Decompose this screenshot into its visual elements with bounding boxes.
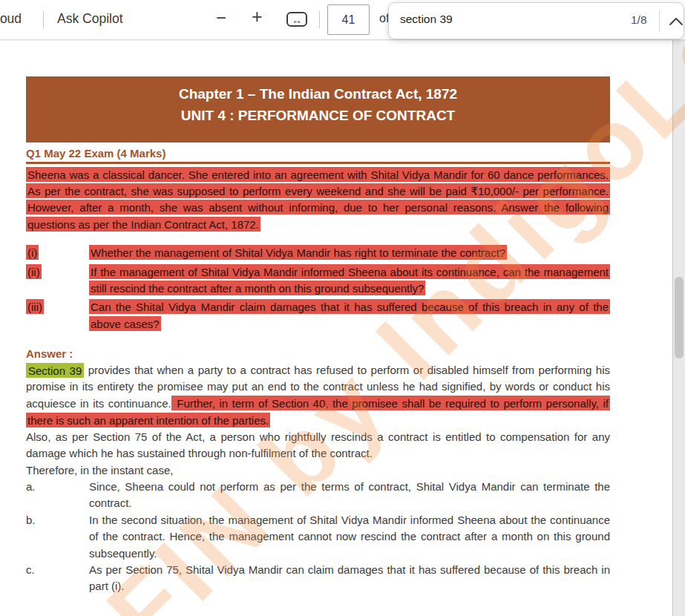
pdf-page: Chapter 1 – The Indian Contract Act, 187… [26, 76, 610, 595]
conclusion-marker: b. [26, 512, 89, 562]
chevron-up-icon [668, 16, 684, 27]
conclusion-text: As per Section 75, Shital Vidya Mandir c… [89, 562, 610, 595]
sub-question-text: Can the Shital Vidya Mandir claim damage… [89, 299, 610, 332]
conclusion-text: Since, Sheena could not perform as per t… [89, 479, 610, 512]
document-viewport: Chapter 1 – The Indian Contract Act, 187… [0, 39, 685, 616]
section75-paragraph: Also, as per Section 75 of the Act, a pe… [26, 429, 610, 462]
find-match-count: 1/8 [631, 13, 647, 27]
ask-copilot-button[interactable]: Ask Copilot [57, 11, 123, 27]
sub-question-marker: (ii) [26, 263, 89, 297]
conclusion-marker: c. [26, 562, 89, 595]
conclusion-marker: a. [26, 479, 89, 512]
chapter-header-box: Chapter 1 – The Indian Contract Act, 187… [26, 76, 610, 142]
find-input[interactable]: section 39 [400, 13, 453, 26]
scrollbar[interactable] [672, 39, 685, 616]
find-previous-button[interactable] [668, 16, 684, 27]
sub-question-text: Whether the management of Shital Vidya M… [89, 245, 610, 261]
fit-to-width-button[interactable]: ↔ [286, 12, 307, 27]
sub-question-item: (iii) Can the Shital Vidya Mandir claim … [26, 299, 610, 332]
pdf-viewer-window: loud Ask Copilot − + ↔ 41 of section 39 … [0, 0, 685, 616]
page-number-input[interactable]: 41 [327, 4, 370, 35]
unit-title: UNIT 4 : PERFORMANCE OF CONTRACT [26, 105, 610, 126]
answer-paragraph: Section 39 provides that when a party to… [26, 362, 610, 429]
question-paragraph: Sheena was a classical dancer. She enter… [26, 164, 610, 233]
highlighted-question-text: Sheena was a classical dancer. She enter… [26, 167, 610, 232]
scrollbar-thumb[interactable] [675, 277, 684, 358]
sub-question-marker: (i) [26, 245, 89, 261]
toolbar-divider [43, 11, 44, 28]
read-aloud-button[interactable]: loud [0, 11, 22, 27]
question-heading: Q1 May 22 Exam (4 Marks) [26, 146, 610, 161]
find-bar-divider [659, 10, 660, 32]
sub-question-item: (ii) If the management of Shital Vidya M… [26, 263, 610, 297]
sub-question-marker: (iii) [26, 299, 89, 332]
chapter-title: Chapter 1 – The Indian Contract Act, 187… [26, 83, 610, 105]
conclusion-item: b. In the second situation, the manageme… [26, 512, 610, 562]
zoom-out-button[interactable]: − [216, 7, 226, 28]
fit-width-icon: ↔ [292, 14, 302, 26]
conclusion-text: In the second situation, the management … [89, 512, 610, 562]
conclusion-item: c. As per Section 75, Shital Vidya Mandi… [26, 562, 610, 595]
answer-heading: Answer : [26, 346, 610, 362]
conclusion-item: a. Since, Sheena could not perform as pe… [26, 479, 610, 512]
search-hit-highlight: Section 39 [26, 363, 84, 378]
find-bar: section 39 1/8 [388, 2, 684, 39]
therefore-line: Therefore, in the instant case, [26, 462, 610, 479]
zoom-in-button[interactable]: + [252, 6, 263, 27]
sub-question-item: (i) Whether the management of Shital Vid… [26, 245, 610, 261]
sub-question-list: (i) Whether the management of Shital Vid… [26, 245, 610, 332]
sub-question-text: If the management of Shital Vidya Mandir… [89, 263, 610, 297]
toolbar-divider [319, 11, 320, 28]
conclusion-list: a. Since, Sheena could not perform as pe… [26, 479, 610, 595]
